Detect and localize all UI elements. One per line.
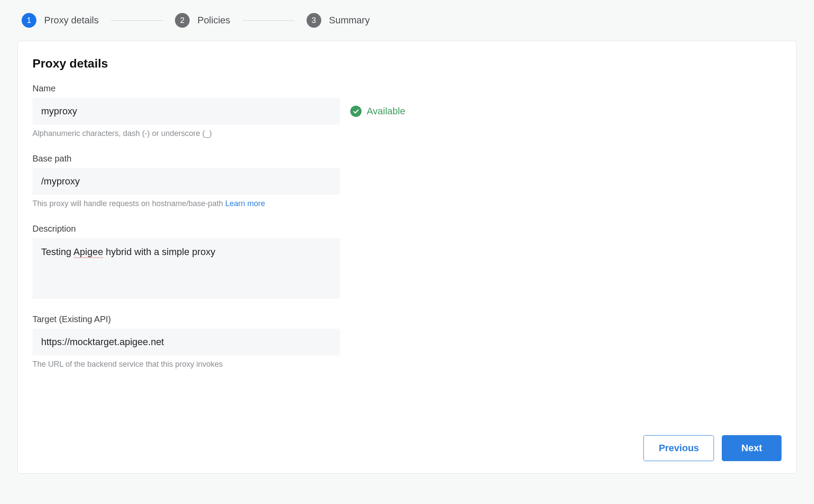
name-input[interactable]: [32, 98, 340, 125]
step-proxy-details[interactable]: 1 Proxy details: [22, 13, 99, 28]
availability-text: Available: [367, 106, 405, 117]
field-name: Name Available Alphanumeric characters, …: [32, 84, 782, 138]
proxy-details-card: Proxy details Name Available Alphanumeri…: [17, 41, 797, 474]
check-circle-icon: [350, 106, 362, 117]
field-description: Description Testing Apigee hybrid with a…: [32, 224, 782, 299]
card-title: Proxy details: [32, 57, 782, 71]
wizard-stepper: 1 Proxy details 2 Policies 3 Summary: [17, 0, 797, 41]
step-label: Summary: [329, 15, 370, 26]
target-input[interactable]: [32, 329, 340, 355]
description-input[interactable]: Testing Apigee hybrid with a simple prox…: [32, 238, 340, 299]
next-button[interactable]: Next: [722, 435, 782, 461]
step-label: Proxy details: [44, 15, 99, 26]
step-policies[interactable]: 2 Policies: [175, 13, 230, 28]
step-divider: [111, 20, 163, 21]
description-label: Description: [32, 224, 782, 234]
step-number: 2: [175, 13, 190, 28]
wizard-footer: Previous Next: [643, 435, 782, 461]
name-label: Name: [32, 84, 782, 94]
target-helper: The URL of the backend service that this…: [32, 360, 782, 369]
basepath-label: Base path: [32, 154, 782, 164]
previous-button[interactable]: Previous: [643, 435, 714, 461]
step-label: Policies: [197, 15, 230, 26]
target-label: Target (Existing API): [32, 314, 782, 324]
basepath-helper: This proxy will handle requests on hostn…: [32, 199, 782, 208]
field-basepath: Base path This proxy will handle request…: [32, 154, 782, 208]
step-number: 3: [307, 13, 321, 28]
name-helper: Alphanumeric characters, dash (-) or und…: [32, 129, 782, 138]
field-target: Target (Existing API) The URL of the bac…: [32, 314, 782, 369]
availability-status: Available: [350, 106, 405, 117]
learn-more-link[interactable]: Learn more: [225, 199, 265, 208]
step-summary[interactable]: 3 Summary: [307, 13, 370, 28]
step-number: 1: [22, 13, 36, 28]
basepath-input[interactable]: [32, 168, 340, 195]
step-divider: [242, 20, 294, 21]
